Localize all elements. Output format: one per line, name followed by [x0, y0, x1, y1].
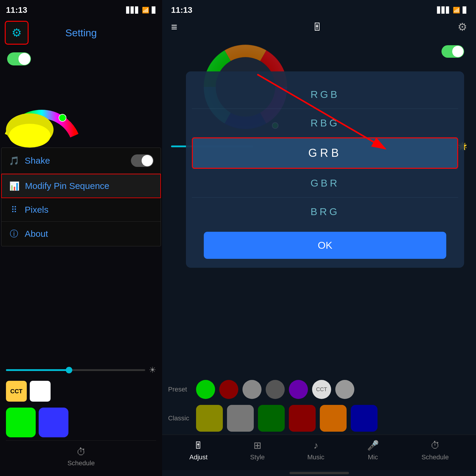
option-rbg[interactable]: RBG — [186, 109, 464, 137]
mic-label: Mic — [368, 453, 378, 461]
main-toggle[interactable] — [7, 52, 31, 65]
preset-row: Preset CCT — [162, 377, 476, 402]
shake-icon: 🎵 — [9, 156, 19, 166]
preset-green[interactable] — [196, 380, 215, 399]
schedule-label-left: Schedule — [68, 459, 95, 467]
time-left: 11:13 — [6, 5, 27, 15]
toggle-knob-right — [452, 46, 464, 57]
settings-icon-right[interactable]: ⚙ — [458, 21, 467, 33]
preset-gray[interactable] — [242, 380, 262, 399]
nav-music[interactable]: ♪ Music — [307, 440, 324, 461]
nav-mic[interactable]: 🎤 Mic — [367, 440, 379, 461]
swatch-cct[interactable]: CCT — [6, 381, 27, 402]
bottom-nav-left: ⏱ Schedule — [6, 440, 156, 470]
color-swatches-row2 — [6, 405, 156, 440]
option-gbr[interactable]: GBR — [186, 169, 464, 197]
header-right: ≡ 🎚 ⚙ — [162, 18, 476, 36]
pixels-label: Pixels — [25, 205, 154, 215]
status-icons-left: ▋▋▋ 📶 ▊ — [126, 7, 156, 14]
nav-schedule-right[interactable]: ⏱ Schedule — [422, 440, 449, 461]
adjust-label: Adjust — [190, 453, 208, 461]
classic-row: Classic — [162, 402, 476, 435]
about-icon: ⓘ — [9, 228, 19, 239]
music-icon: ♪ — [314, 440, 318, 451]
adjust-icon: 🎚 — [194, 440, 203, 451]
brightness-icon: ☀ — [149, 365, 156, 375]
swatch-blue[interactable] — [39, 408, 68, 437]
classic-red[interactable] — [289, 405, 316, 432]
bottom-controls-left: ☀ CCT ⏱ Schedule — [0, 356, 162, 476]
mic-icon: 🎤 — [367, 440, 379, 451]
color-arc-svg-left — [3, 70, 80, 148]
color-swatches-row1: CCT — [6, 378, 156, 405]
signal-icon-right: ▋▋▋ — [437, 7, 450, 14]
color-visual-left — [3, 70, 159, 148]
gear-icon: ⚙ — [12, 26, 22, 39]
option-grb[interactable]: GRB — [192, 137, 458, 169]
classic-olive[interactable] — [196, 405, 223, 432]
preset-label: Preset — [168, 386, 192, 393]
bottom-nav-right: 🎚 Adjust ⊞ Style ♪ Music 🎤 Mic ⏱ Schedul… — [162, 435, 476, 470]
nav-style[interactable]: ⊞ Style — [250, 440, 265, 461]
swatch-white[interactable] — [30, 381, 51, 402]
header-left: ⚙ Setting — [0, 18, 162, 48]
preset-cct[interactable]: CCT — [312, 380, 331, 399]
right-panel: 11:13 ▋▋▋ 📶 ▊ ≡ 🎚 ⚙ — [162, 0, 476, 476]
page-title: Setting — [29, 27, 134, 39]
schedule-icon-left: ⏱ — [76, 447, 86, 458]
preset-red[interactable] — [219, 380, 238, 399]
main-toggle-right[interactable] — [441, 45, 464, 58]
music-label: Music — [307, 453, 324, 461]
wifi-icon-left: 📶 — [142, 7, 149, 14]
classic-green[interactable] — [258, 405, 285, 432]
status-bar-left: 11:13 ▋▋▋ 📶 ▊ — [0, 0, 162, 18]
nav-schedule-left[interactable]: ⏱ Schedule — [68, 447, 95, 467]
main-toggle-row — [0, 48, 162, 70]
ok-button[interactable]: OK — [204, 232, 446, 259]
gear-button[interactable]: ⚙ — [5, 21, 29, 45]
brightness-row: ☀ — [6, 362, 156, 378]
classic-gray[interactable] — [227, 405, 254, 432]
battery-icon-left: ▊ — [152, 7, 156, 14]
pin-sequence-dialog: RGB RBG GRB GBR BRG OK — [186, 71, 464, 268]
schedule-label-right: Schedule — [422, 453, 449, 461]
wifi-icon-right: 📶 — [453, 7, 460, 14]
brightness-slider[interactable] — [6, 369, 145, 371]
sliders-icon[interactable]: 🎚 — [312, 21, 323, 33]
status-icons-right: ▋▋▋ 📶 ▊ — [437, 7, 467, 14]
pixels-icon: ⠿ — [9, 205, 19, 215]
preset-silver[interactable] — [335, 380, 354, 399]
battery-icon-right: ▊ — [463, 7, 467, 14]
schedule-icon-right: ⏱ — [430, 440, 440, 451]
style-label: Style — [250, 453, 265, 461]
settings-menu: 🎵 Shake 📊 Modify Pin Sequence ⠿ Pixels ⓘ… — [1, 148, 161, 246]
classic-orange[interactable] — [320, 405, 347, 432]
home-indicator-right — [289, 472, 349, 474]
left-panel: 11:13 ▋▋▋ 📶 ▊ ⚙ Setting — [0, 0, 162, 476]
menu-item-shake[interactable]: 🎵 Shake — [1, 148, 161, 174]
shake-label: Shake — [25, 156, 126, 166]
preset-dark[interactable] — [266, 380, 285, 399]
bottom-area-right: Preset CCT Classic 🎚 Adjust — [162, 377, 476, 476]
status-bar-right: 11:13 ▋▋▋ 📶 ▊ — [162, 0, 476, 18]
classic-label: Classic — [168, 414, 192, 422]
shake-toggle[interactable] — [131, 154, 154, 167]
menu-item-pixels[interactable]: ⠿ Pixels — [1, 198, 161, 222]
classic-navy[interactable] — [351, 405, 378, 432]
swatch-green[interactable] — [6, 408, 36, 437]
pin-icon: 📊 — [9, 181, 20, 191]
brightness-fill — [6, 369, 69, 371]
about-label: About — [25, 229, 154, 239]
nav-adjust[interactable]: 🎚 Adjust — [190, 440, 208, 461]
svg-point-2 — [9, 124, 51, 148]
pin-label: Modify Pin Sequence — [25, 181, 153, 191]
style-icon: ⊞ — [253, 440, 262, 451]
preset-purple[interactable] — [289, 380, 308, 399]
signal-icon-left: ▋▋▋ — [126, 7, 140, 14]
list-icon[interactable]: ≡ — [171, 21, 177, 33]
option-brg[interactable]: BRG — [186, 198, 464, 226]
time-right: 11:13 — [171, 5, 192, 15]
option-rgb[interactable]: RGB — [186, 80, 464, 109]
menu-item-about[interactable]: ⓘ About — [1, 222, 161, 246]
menu-item-pin-sequence[interactable]: 📊 Modify Pin Sequence — [1, 174, 161, 198]
